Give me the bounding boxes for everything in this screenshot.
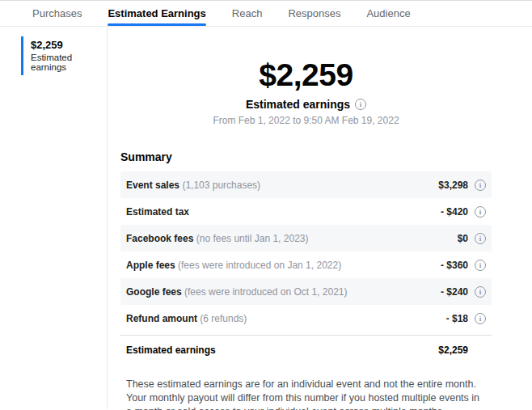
tab-bar: Purchases Estimated Earnings Reach Respo… [0,0,532,27]
row-value: $0 [458,233,468,244]
tab-label: Responses [288,7,340,19]
row-value: $3,298 [438,180,468,191]
table-row: Refund amount (6 refunds) - $18 i [120,305,492,332]
row-label: Google fees (fees were introduced on Oct… [126,286,441,298]
sidebar-item-label: Estimated earnings [31,53,100,72]
total-row: Estimated earnings $2,259 [120,335,492,365]
row-value: - $240 [441,286,468,298]
disclaimer-text: These estimated earnings are for an indi… [126,378,479,410]
tab-label: Reach [232,7,263,19]
sidebar: $2,259 Estimated earnings [0,27,108,409]
sidebar-item-value: $2,259 [31,39,100,51]
row-label: Event sales (1,103 purchases) [126,180,438,191]
page-content: $2,259 Estimated earnings $2,259 Estimat… [0,27,532,409]
sidebar-item-estimated-earnings[interactable]: $2,259 Estimated earnings [21,36,100,75]
total-value: $2,259 [438,344,468,356]
tab-purchases[interactable]: Purchases [32,1,82,26]
date-range: From Feb 1, 2022 to 9:50 AM Feb 19, 2022 [120,115,492,126]
summary-table: Event sales (1,103 purchases) $3,298 i E… [120,171,492,332]
table-row: Facebook fees (no fees until Jan 1, 2023… [120,225,492,251]
info-icon[interactable]: i [475,260,486,271]
earnings-hero: $2,259 Estimated earnings i From Feb 1, … [120,57,492,126]
row-label: Apple fees (fees were introduced on Jan … [126,260,441,271]
table-row: Estimated tax - $420 i [120,198,492,225]
tab-reach[interactable]: Reach [232,1,263,26]
row-label: Facebook fees (no fees until Jan 1, 2023… [126,233,458,244]
info-icon[interactable]: i [475,180,486,191]
info-icon[interactable]: i [475,286,486,298]
row-value: - $420 [441,206,468,218]
tab-responses[interactable]: Responses [288,1,340,26]
row-label: Refund amount (6 refunds) [126,313,446,324]
tab-audience[interactable]: Audience [366,1,410,26]
row-value: - $360 [441,260,468,271]
row-label: Estimated tax [126,206,441,218]
row-value: - $18 [446,313,468,324]
disclaimer: These estimated earnings are for an indi… [120,378,486,410]
info-icon[interactable]: i [355,99,366,110]
tab-label: Audience [366,7,410,19]
tab-label: Estimated Earnings [108,7,205,19]
info-icon[interactable]: i [475,233,486,244]
table-row: Event sales (1,103 purchases) $3,298 i [120,171,492,198]
tab-estimated-earnings[interactable]: Estimated Earnings [108,1,205,26]
earnings-total-value: $2,259 [120,57,492,93]
total-label: Estimated earnings [126,344,438,356]
summary-heading: Summary [120,150,492,163]
main-panel: $2,259 Estimated earnings i From Feb 1, … [108,27,532,409]
info-icon[interactable]: i [475,206,486,218]
table-row: Apple fees (fees were introduced on Jan … [120,251,492,278]
info-icon[interactable]: i [475,313,486,324]
table-row: Google fees (fees were introduced on Oct… [120,278,492,305]
earnings-hero-label: Estimated earnings [246,98,350,111]
tab-label: Purchases [32,7,82,19]
